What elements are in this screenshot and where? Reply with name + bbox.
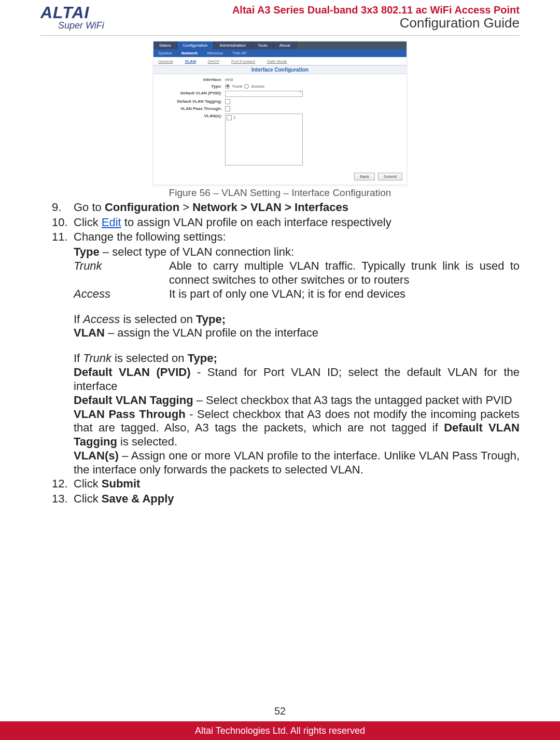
- def-term-trunk: Trunk: [74, 259, 169, 287]
- step-9-text-a: Go to: [74, 201, 105, 214]
- step-number: 12.: [40, 477, 74, 491]
- if-access-d: Type;: [196, 313, 226, 326]
- header-divider: [40, 35, 520, 36]
- tagging-desc: – Select checkbox that A3 tags the untag…: [193, 394, 512, 407]
- step-number: 9.: [40, 201, 74, 215]
- step-9-bold-b: Configuration: [105, 201, 179, 214]
- if-trunk-b: Trunk: [83, 352, 111, 365]
- checkbox-tagging[interactable]: [225, 99, 230, 104]
- passthrough-desc-b: is selected.: [117, 435, 177, 448]
- tab-status[interactable]: Status: [153, 41, 177, 49]
- label-type: Type:: [159, 84, 225, 89]
- edit-link[interactable]: Edit: [102, 216, 121, 229]
- step-number: 10.: [40, 216, 74, 230]
- label-pvid: Default VLAN (PVID):: [159, 91, 225, 95]
- radio-access[interactable]: [244, 84, 249, 89]
- vlans-label: VLAN(s): [74, 449, 119, 462]
- embedded-ui-screenshot: Status Configuration Administration Tool…: [153, 41, 407, 185]
- network-subnav: General - VLAN - DHCP - Port Forward - S…: [153, 57, 407, 65]
- step-10-text-a: Click: [74, 216, 102, 229]
- page-number: 52: [0, 705, 560, 717]
- interface-form: Interface: eth0 Type: Trunk Access Defau…: [153, 74, 407, 170]
- submit-button[interactable]: Submit: [378, 173, 402, 180]
- link-dhcp[interactable]: DHCP: [206, 59, 221, 64]
- label-passthrough: VLAN Pass Through:: [159, 106, 225, 111]
- radio-access-label: Access: [251, 84, 264, 89]
- def-term-access: Access: [74, 287, 169, 301]
- nav-sep: -: [200, 59, 204, 64]
- step-number: 11.: [40, 230, 74, 244]
- step-12-text: Click: [74, 477, 102, 490]
- page-header: ALTAI Super WiFi Altai A3 Series Dual-ba…: [40, 4, 520, 34]
- link-safemode[interactable]: Safe Mode: [265, 59, 289, 64]
- def-desc-trunk: Able to carry multiple VLAN traffic. Typ…: [169, 259, 520, 287]
- footer-copyright: Altai Technologies Ltd. All rights reser…: [0, 721, 560, 740]
- figure-caption: Figure 56 – VLAN Setting – Interface Con…: [40, 187, 520, 199]
- vlan-desc: – assign the VLAN profile on the interfa…: [105, 326, 318, 339]
- select-pvid[interactable]: [225, 91, 303, 97]
- link-vlan[interactable]: VLAN: [183, 59, 198, 64]
- document-body: 9. Go to Configuration > Network > VLAN …: [40, 201, 520, 506]
- step-9-bold-d: Network > VLAN > Interfaces: [192, 201, 348, 214]
- doc-title-subtitle: Configuration Guide: [232, 16, 520, 31]
- vlan-label: VLAN: [74, 326, 105, 339]
- type-label: Type: [74, 245, 100, 258]
- checkbox-passthrough[interactable]: [225, 106, 230, 111]
- label-interface: Interface:: [159, 77, 225, 82]
- radio-trunk-label: Trunk: [232, 84, 242, 89]
- if-access-a: If: [74, 313, 83, 326]
- if-access-b: Access: [83, 313, 120, 326]
- radio-trunk[interactable]: [225, 84, 230, 89]
- brand-logo: ALTAI Super WiFi: [40, 4, 104, 31]
- tagging-label: Default VLAN Tagging: [74, 394, 193, 407]
- if-access-c: is selected on: [120, 313, 196, 326]
- nav-sep: -: [223, 59, 228, 64]
- if-trunk-d: Type;: [188, 352, 217, 365]
- step-12-bold: Submit: [102, 477, 141, 490]
- type-desc: – select type of VLAN connection link:: [100, 245, 294, 258]
- logo-sub-text: Super WiFi: [58, 21, 104, 31]
- subtab-system[interactable]: System: [153, 49, 177, 57]
- doc-title-block: Altai A3 Series Dual-band 3x3 802.11 ac …: [232, 4, 520, 31]
- form-buttons: Back Submit: [153, 170, 407, 185]
- tab-administration[interactable]: Administration: [214, 41, 252, 49]
- logo-main-text: ALTAI: [40, 4, 89, 21]
- tab-tools[interactable]: Tools: [252, 41, 274, 49]
- tab-configuration[interactable]: Configuration: [177, 41, 214, 49]
- sub-tabs: System Network Wireless Thin AP: [153, 49, 407, 57]
- step-13-text: Click: [74, 492, 102, 505]
- label-tagging: Default VLAN Tagging:: [159, 99, 225, 104]
- back-button[interactable]: Back: [354, 173, 375, 180]
- pvid-label: Default VLAN (PVID): [74, 366, 191, 379]
- checkbox-vlan-1[interactable]: [227, 115, 232, 120]
- step-9-text-c: >: [179, 201, 192, 214]
- tab-about[interactable]: About: [274, 41, 297, 49]
- vlan-item-label: 1: [233, 115, 235, 120]
- nav-sep: -: [259, 59, 263, 64]
- listbox-vlans[interactable]: 1: [225, 114, 303, 165]
- step-number: 13.: [40, 492, 74, 506]
- link-general[interactable]: General: [157, 59, 174, 64]
- label-vlans: VLAN(s):: [159, 114, 225, 118]
- section-title: Interface Configuration: [153, 65, 407, 74]
- def-desc-access: It is part of only one VLAN; it is for e…: [169, 287, 520, 301]
- step-10-text-b: to assign VLAN profile on each interface…: [121, 216, 391, 229]
- link-portforward[interactable]: Port Forward: [230, 59, 257, 64]
- subtab-thinap[interactable]: Thin AP: [228, 49, 251, 57]
- main-tabs: Status Configuration Administration Tool…: [153, 41, 407, 49]
- value-interface: eth0: [225, 77, 233, 82]
- if-trunk-c: is selected on: [111, 352, 188, 365]
- vlans-desc: – Assign one or more VLAN profile to the…: [74, 449, 520, 476]
- if-trunk-a: If: [74, 352, 83, 365]
- nav-sep: -: [176, 59, 181, 64]
- doc-title-product: Altai A3 Series Dual-band 3x3 802.11 ac …: [232, 4, 520, 16]
- subtab-network[interactable]: Network: [177, 49, 203, 57]
- subtab-wireless[interactable]: Wireless: [202, 49, 228, 57]
- passthrough-label: VLAN Pass Through: [74, 408, 186, 421]
- step-11-text: Change the following settings:: [74, 230, 520, 244]
- step-13-bold: Save & Apply: [102, 492, 174, 505]
